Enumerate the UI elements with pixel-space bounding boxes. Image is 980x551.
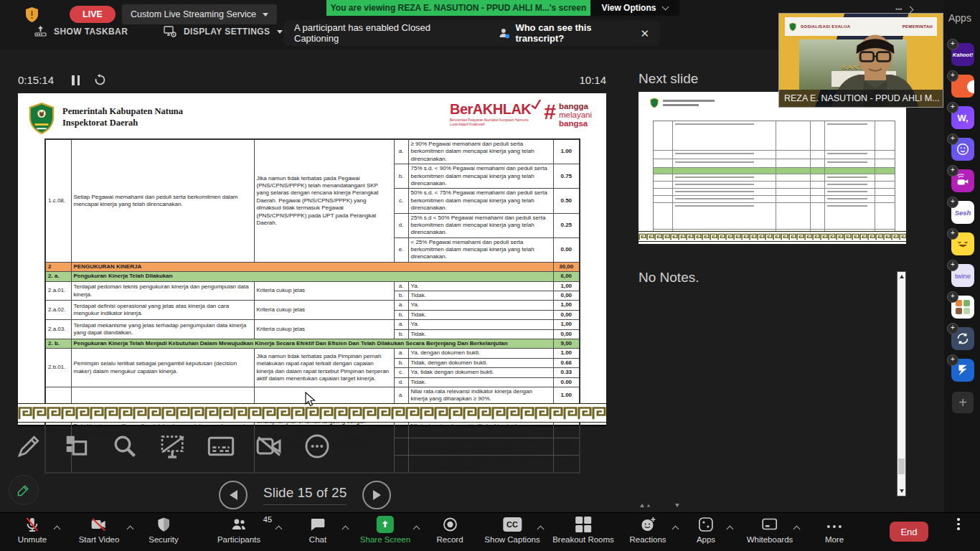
app-video-app-icon[interactable]: + (951, 169, 974, 192)
scrollbar-thumb[interactable] (898, 458, 905, 474)
green-pencil-icon (17, 483, 31, 497)
breakout-rooms-button[interactable]: Breakout Rooms (552, 516, 614, 544)
reactions-options-caret[interactable] (673, 522, 678, 534)
close-icon[interactable]: ✕ (640, 28, 649, 39)
apps-button[interactable]: Apps (697, 516, 715, 544)
add-badge-icon[interactable]: + (947, 260, 958, 271)
table-section-row: 2. b.Pengukuran Kinerja Telah Menjadi Ke… (45, 339, 580, 348)
app-face-app-icon[interactable]: + (951, 138, 974, 161)
font-increase-button[interactable] (640, 504, 651, 507)
app-grid-app-icon[interactable]: + (951, 296, 974, 319)
record-button[interactable]: Record (436, 516, 463, 544)
mini-crest-icon (789, 22, 796, 32)
camera-off-icon (90, 516, 108, 533)
swoosh-icon (531, 99, 541, 109)
app-blue-app-icon[interactable]: + (951, 359, 974, 382)
captions-toggle-button[interactable] (207, 430, 235, 462)
thumbnail-table-row (654, 168, 895, 174)
participants-button[interactable]: 45 Participants (217, 516, 260, 544)
apps-options-caret[interactable] (727, 522, 732, 534)
reactions-button[interactable]: Reactions (629, 516, 666, 544)
cc-icon: CC (503, 517, 522, 532)
display-settings-button[interactable]: DISPLAY SETTINGS (164, 26, 283, 37)
app-sync-app-icon[interactable]: + (951, 327, 974, 350)
security-button[interactable]: Security (149, 516, 179, 544)
video-thumbnail-controls[interactable]: ••• (895, 6, 913, 13)
add-badge-icon[interactable]: + (947, 197, 958, 208)
thumbnail-table-row (654, 203, 895, 230)
live-badge: LIVE (70, 6, 116, 23)
notes-scrollbar[interactable] (897, 271, 906, 496)
transcript-question-button[interactable]: Who can see this transcript? (499, 22, 641, 44)
shared-slide: Pemerintah Kabupaten Natuna Inspektorat … (18, 93, 606, 425)
app-sesh-icon[interactable]: Sesh + (951, 201, 974, 224)
chat-icon (309, 516, 326, 533)
add-badge-icon[interactable]: + (947, 70, 958, 82)
participants-options-caret[interactable] (276, 522, 281, 534)
add-badge-icon[interactable]: + (947, 133, 958, 145)
taskbar-icon (34, 26, 47, 37)
chat-button[interactable]: Chat (309, 516, 326, 544)
chevron-down-icon (662, 4, 669, 11)
next-slide-thumbnail[interactable] (639, 92, 906, 244)
table-section-row: 2. a.Pengukuran Kinerja Telah Dilakukan6… (45, 272, 580, 281)
add-badge-icon[interactable]: + (947, 354, 958, 366)
draw-pen-button[interactable] (14, 430, 43, 462)
berakhlak-logo: BerAKHLAK Berorientasi Pelayanan Akuntab… (450, 102, 592, 128)
annotation-active-indicator[interactable] (9, 475, 39, 505)
end-meeting-button[interactable]: End (890, 522, 928, 542)
thumbnail-table-row (654, 121, 895, 151)
unmute-options-caret[interactable] (55, 522, 60, 534)
start-video-button[interactable]: Start Video (79, 516, 120, 544)
pause-timer-button[interactable] (72, 75, 81, 85)
camera-off-button[interactable] (255, 430, 283, 462)
app-twine-icon[interactable]: twine + (951, 264, 974, 287)
app-orange-app-icon[interactable]: + (951, 75, 974, 98)
add-badge-icon[interactable]: + (947, 39, 958, 50)
security-warning-icon[interactable] (26, 7, 38, 22)
chevron-down-icon (277, 30, 283, 34)
more-button[interactable]: More (825, 516, 844, 544)
scroll-up-arrow[interactable] (897, 272, 905, 281)
show-taskbar-button[interactable]: SHOW TASKBAR (34, 26, 128, 37)
chat-options-caret[interactable] (343, 522, 348, 534)
app-kahoot-icon[interactable]: Kahoot! + (951, 43, 974, 66)
scroll-down-arrow[interactable] (897, 486, 905, 496)
table-row: 2.a.01.Terdapat pedoman teknis pengukura… (45, 281, 580, 291)
view-options-button[interactable]: View Options (590, 0, 679, 16)
add-badge-icon[interactable]: + (947, 291, 958, 303)
next-slide-button[interactable] (362, 481, 391, 509)
share-screen-button[interactable]: Share Screen (360, 516, 410, 544)
participant-video-thumbnail[interactable]: SOSIALISASI EVALUA PEMERINTAH KANTOR REZ… (778, 13, 943, 108)
captions-options-caret[interactable] (538, 522, 543, 534)
add-app-button[interactable]: + (952, 392, 974, 413)
more-tools-button[interactable] (303, 430, 331, 462)
table-row: 1.c.08.Setiap Pegawai memahami dan pedul… (45, 139, 580, 164)
thumbnail-table-row (654, 189, 895, 196)
restart-timer-button[interactable] (94, 74, 106, 86)
add-badge-icon[interactable]: + (947, 102, 958, 113)
live-stream-service-dropdown[interactable]: Custom Live Streaming Service (122, 4, 277, 24)
font-decrease-button[interactable] (675, 504, 679, 507)
reactions-icon (639, 516, 656, 533)
hash-glyph: # (544, 102, 556, 121)
app-emoji-app-icon[interactable]: + (951, 232, 974, 255)
notes-font-size-controls (640, 504, 679, 507)
add-badge-icon[interactable]: + (947, 323, 958, 334)
video-options-caret[interactable] (128, 522, 133, 534)
previous-slide-button[interactable] (219, 481, 248, 509)
app-w-app-icon[interactable]: W, + (951, 106, 974, 129)
slide-sorter-button[interactable] (62, 430, 91, 462)
unmute-button[interactable]: Unmute (18, 516, 47, 544)
stream-service-label: Custom Live Streaming Service (131, 9, 256, 19)
whiteboards-options-caret[interactable] (794, 522, 799, 534)
show-captions-button[interactable]: CC Show Captions (484, 516, 540, 544)
zoom-magnifier-button[interactable] (110, 430, 139, 462)
thumbnail-table-row (654, 196, 895, 203)
add-badge-icon[interactable]: + (947, 228, 958, 240)
share-options-caret[interactable] (414, 522, 419, 534)
toolbar-overflow-icon[interactable] (957, 518, 960, 530)
add-badge-icon[interactable]: + (947, 165, 958, 176)
black-screen-button[interactable] (159, 430, 187, 462)
whiteboards-button[interactable]: Whiteboards (747, 516, 793, 544)
